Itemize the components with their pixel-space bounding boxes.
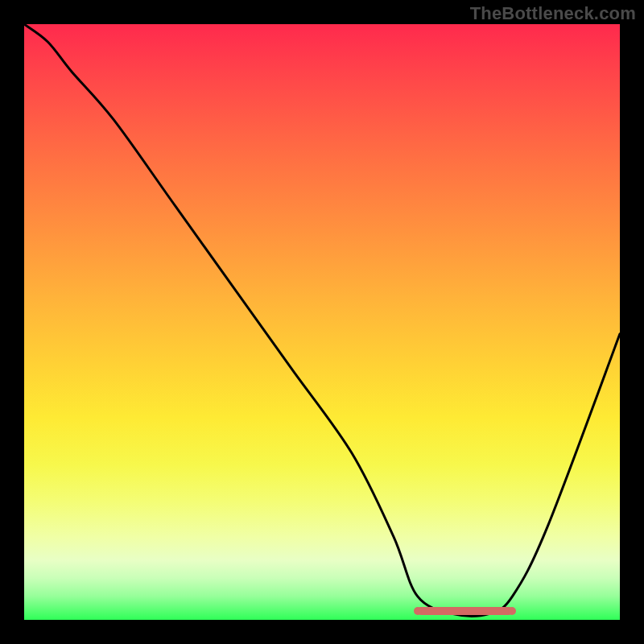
valley-highlight-dot-right (508, 607, 516, 615)
curve-path (24, 24, 620, 616)
watermark-text: TheBottleneck.com (470, 3, 636, 24)
chart-frame: TheBottleneck.com (0, 0, 644, 644)
plot-area (24, 24, 620, 620)
valley-highlight-band (417, 607, 512, 615)
bottleneck-curve (24, 24, 620, 620)
